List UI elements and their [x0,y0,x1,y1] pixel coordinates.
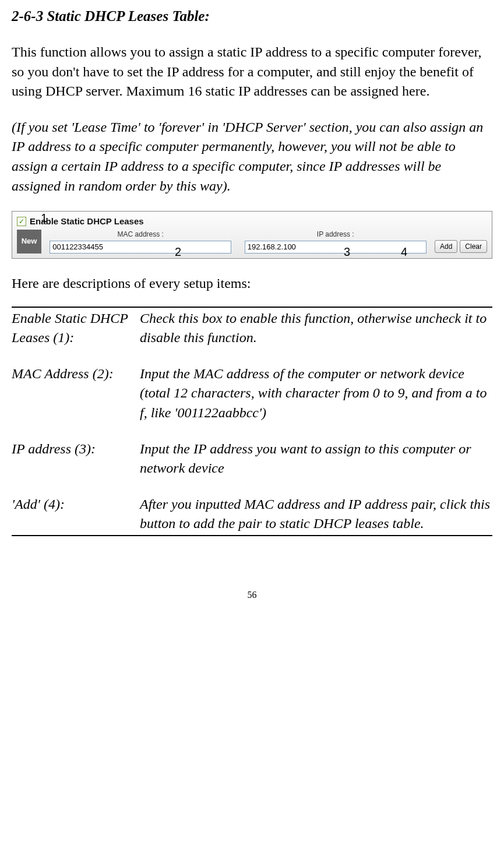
ip-address-label: IP address : [317,230,354,240]
intro-paragraph-1: This function allows you to assign a sta… [12,43,492,101]
mac-address-label: MAC address : [118,230,164,240]
dhcp-panel: ✓ Enable Static DHCP Leases New MAC addr… [12,211,492,259]
term-mac-address: MAC Address (2): [12,364,140,423]
def-enable-static: Check this box to enable this function, … [140,309,492,348]
callout-3: 3 [344,244,350,260]
intro-paragraph-2: (If you set 'Lease Time' to 'forever' in… [12,118,492,196]
table-row: IP address (3): Input the IP address you… [12,439,492,478]
ip-address-input[interactable] [245,241,427,254]
callout-2: 2 [175,244,181,260]
term-ip-address: IP address (3): [12,439,140,478]
def-add: After you inputted MAC address and IP ad… [140,495,492,534]
def-ip-address: Input the IP address you want to assign … [140,439,492,478]
term-add: 'Add' (4): [12,495,140,534]
table-row: MAC Address (2): Input the MAC address o… [12,364,492,423]
table-row: 'Add' (4): After you inputted MAC addres… [12,495,492,534]
screenshot-figure: 1 ✓ Enable Static DHCP Leases New MAC ad… [12,211,492,259]
section-heading: 2-6-3 Static DHCP Leases Table: [12,6,492,26]
callout-1: 1 [41,210,47,226]
def-mac-address: Input the MAC address of the computer or… [140,364,492,423]
add-button[interactable]: Add [435,240,457,253]
enable-checkbox[interactable]: ✓ [17,217,26,226]
descriptions-table: Enable Static DHCP Leases (1): Check thi… [12,307,492,536]
term-enable-static: Enable Static DHCP Leases (1): [12,309,140,348]
descriptions-intro: Here are descriptions of every setup ite… [12,274,492,294]
callout-4: 4 [401,244,407,260]
page-number: 56 [12,589,492,601]
new-row-label: New [17,230,41,254]
mac-address-input[interactable] [50,241,231,254]
table-row: Enable Static DHCP Leases (1): Check thi… [12,309,492,348]
clear-button[interactable]: Clear [460,240,487,253]
